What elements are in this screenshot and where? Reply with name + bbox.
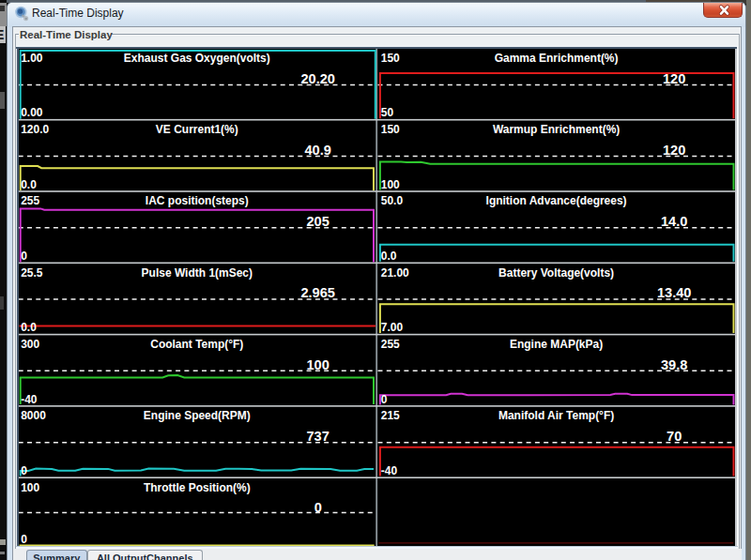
svg-text:2.965: 2.965 [300,285,334,300]
svg-text:21.00: 21.00 [381,265,409,279]
svg-text:50.0: 50.0 [381,194,404,207]
svg-text:0: 0 [21,250,27,263]
svg-text:50: 50 [381,106,394,119]
svg-text:Battery Voltage(volts): Battery Voltage(volts) [498,265,614,279]
svg-text:0: 0 [21,533,27,546]
svg-text:Engine Speed(RPM): Engine Speed(RPM) [144,409,251,422]
svg-text:25.5: 25.5 [21,265,43,279]
svg-text:100: 100 [381,177,400,190]
svg-text:Coolant Temp(°F): Coolant Temp(°F) [150,338,243,351]
svg-text:0: 0 [381,392,388,405]
svg-text:Throttle Position(%): Throttle Position(%) [144,480,251,493]
svg-text:8000: 8000 [21,409,46,422]
svg-text:300: 300 [21,338,39,351]
svg-text:255: 255 [21,194,39,207]
svg-text:Exhaust Gas Oxygen(volts): Exhaust Gas Oxygen(volts) [124,52,270,65]
svg-text:0.0: 0.0 [21,177,37,190]
svg-text:1.00: 1.00 [21,52,43,65]
svg-text:150: 150 [381,123,400,136]
svg-text:100: 100 [306,356,329,371]
svg-text:Warmup Enrichment(%): Warmup Enrichment(%) [493,123,620,136]
svg-text:0: 0 [314,500,321,515]
svg-text:-40: -40 [381,463,398,477]
svg-text:Manifold Air Temp(°F): Manifold Air Temp(°F) [498,409,614,422]
svg-text:0.0: 0.0 [21,321,37,334]
svg-text:13.40: 13.40 [657,285,691,300]
svg-text:VE Current1(%): VE Current1(%) [156,123,238,136]
svg-text:Gamma Enrichment(%): Gamma Enrichment(%) [494,52,618,65]
svg-text:Engine MAP(kPa): Engine MAP(kPa) [510,338,603,351]
svg-text:120: 120 [663,71,685,86]
svg-text:39.8: 39.8 [661,356,687,371]
svg-text:0: 0 [21,463,27,477]
svg-text:100: 100 [21,480,39,493]
svg-text:120.0: 120.0 [21,123,49,136]
svg-text:205: 205 [306,214,329,229]
svg-text:14.0: 14.0 [661,214,687,229]
svg-text:20.20: 20.20 [300,71,334,86]
svg-text:-40: -40 [21,392,38,405]
svg-text:0.00: 0.00 [21,106,43,119]
svg-text:120: 120 [663,142,685,157]
svg-text:Pulse Width 1(mSec): Pulse Width 1(mSec) [141,265,252,279]
svg-text:7.00: 7.00 [381,321,404,334]
svg-text:40.9: 40.9 [304,142,330,157]
svg-text:0.0: 0.0 [381,250,397,263]
svg-text:215: 215 [381,409,400,422]
svg-text:255: 255 [381,338,400,351]
svg-text:70: 70 [667,429,682,444]
svg-text:737: 737 [306,429,329,444]
svg-text:150: 150 [381,52,400,65]
svg-text:Ignition Advance(degrees): Ignition Advance(degrees) [485,194,626,207]
svg-text:IAC position(steps): IAC position(steps) [146,194,249,207]
